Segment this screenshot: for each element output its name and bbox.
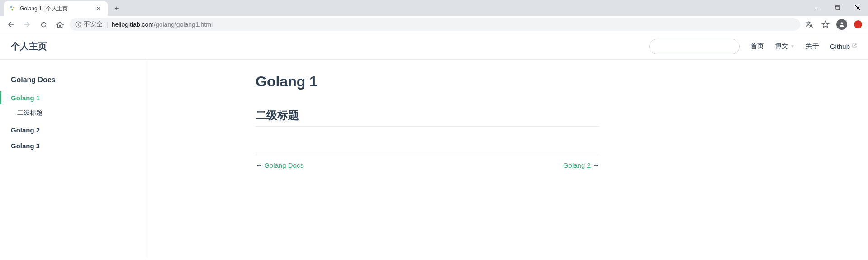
next-page-link[interactable]: Golang 2 → <box>563 161 599 169</box>
sidebar-heading[interactable]: Golang Docs <box>0 73 147 87</box>
translate-icon[interactable] <box>804 19 815 30</box>
svg-rect-5 <box>836 5 840 9</box>
page-nav: ← Golang Docs Golang 2 → <box>256 154 599 169</box>
site-navbar: 个人主页 首页 博文 ▼ 关于 Github <box>0 33 868 60</box>
url-text: hellogitlab.com/golang/golang1.html <box>112 21 213 28</box>
tab-title: Golang 1 | 个人主页 <box>20 5 92 13</box>
info-icon <box>75 21 81 28</box>
svg-point-0 <box>10 6 12 8</box>
page-content: 个人主页 首页 博文 ▼ 关于 Github Golang Docs Gola <box>0 33 868 259</box>
nav-link-blog-label: 博文 <box>775 42 788 51</box>
svg-point-2 <box>11 9 13 11</box>
home-button[interactable] <box>53 18 66 31</box>
sidebar-item-golang3[interactable]: Golang 3 <box>0 139 147 152</box>
content-area: Golang 1 二级标题 ← Golang Docs Golang 2 → <box>256 60 599 259</box>
navbar-right: 首页 博文 ▼ 关于 Github <box>649 39 857 54</box>
browser-chrome: Golang 1 | 个人主页 ✕ + <box>0 0 868 33</box>
search-box[interactable] <box>649 39 740 54</box>
svg-point-1 <box>13 7 15 9</box>
arrow-left-icon: ← <box>256 161 264 169</box>
new-tab-button[interactable]: + <box>110 2 123 15</box>
search-input[interactable] <box>659 43 738 50</box>
svg-rect-4 <box>835 6 839 10</box>
forward-button[interactable] <box>21 18 33 31</box>
nav-link-about[interactable]: 关于 <box>806 42 819 51</box>
profile-icon[interactable] <box>836 19 847 30</box>
bookmark-icon[interactable] <box>820 19 831 30</box>
main-layout: Golang Docs Golang 1 二级标题 Golang 2 Golan… <box>0 60 868 259</box>
address-divider: | <box>106 21 108 28</box>
close-icon[interactable]: ✕ <box>95 5 102 12</box>
svg-point-10 <box>78 23 78 23</box>
arrow-right-icon: → <box>593 161 599 169</box>
nav-link-github[interactable]: Github <box>830 43 857 50</box>
prev-page-link[interactable]: ← Golang Docs <box>256 161 304 169</box>
svg-rect-9 <box>78 24 78 26</box>
svg-point-11 <box>841 22 843 24</box>
tab-bar: Golang 1 | 个人主页 ✕ + <box>0 0 868 16</box>
maximize-button[interactable] <box>827 1 848 15</box>
sidebar-item-golang2[interactable]: Golang 2 <box>0 123 147 137</box>
external-link-icon <box>852 43 857 50</box>
security-label: 不安全 <box>84 20 103 28</box>
sidebar-subitem[interactable]: 二级标题 <box>0 107 147 119</box>
toolbar-icons <box>804 19 863 30</box>
tab-favicon-icon <box>9 5 16 12</box>
svg-rect-3 <box>815 8 820 8</box>
extension-icon[interactable] <box>853 19 863 30</box>
reload-button[interactable] <box>37 18 50 31</box>
browser-tab[interactable]: Golang 1 | 个人主页 ✕ <box>4 1 108 16</box>
nav-link-blog[interactable]: 博文 ▼ <box>775 42 795 51</box>
minimize-button[interactable] <box>807 1 827 15</box>
sidebar-item-golang1[interactable]: Golang 1 <box>0 91 147 104</box>
page-h2: 二级标题 <box>256 108 599 127</box>
nav-link-home[interactable]: 首页 <box>750 42 764 51</box>
site-title[interactable]: 个人主页 <box>11 40 47 52</box>
close-window-button[interactable] <box>848 1 868 15</box>
window-controls <box>807 0 868 16</box>
page-title: Golang 1 <box>256 73 599 90</box>
security-indicator[interactable]: 不安全 <box>75 20 103 28</box>
prev-page-label: Golang Docs <box>264 161 304 169</box>
chevron-down-icon: ▼ <box>790 44 795 49</box>
next-page-label: Golang 2 <box>563 161 591 169</box>
nav-link-github-label: Github <box>830 43 850 50</box>
sidebar: Golang Docs Golang 1 二级标题 Golang 2 Golan… <box>0 60 147 259</box>
address-bar-row: 不安全 | hellogitlab.com/golang/golang1.htm… <box>0 16 868 33</box>
address-bar[interactable]: 不安全 | hellogitlab.com/golang/golang1.htm… <box>70 18 800 31</box>
back-button[interactable] <box>5 18 17 31</box>
